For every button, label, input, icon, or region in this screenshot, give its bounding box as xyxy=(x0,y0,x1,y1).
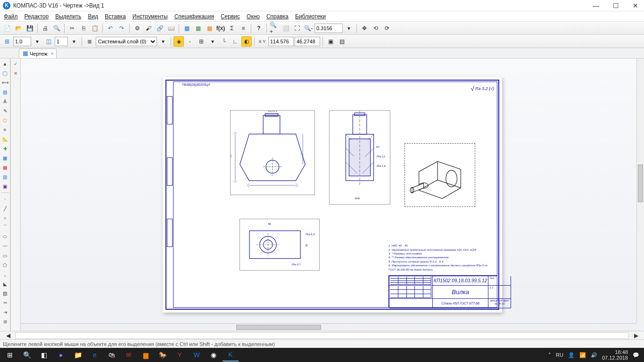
vars-button[interactable]: Σ xyxy=(227,23,237,33)
fillet-tool[interactable]: ◟ xyxy=(0,270,10,279)
tab-close-icon[interactable]: ✕ xyxy=(50,51,54,56)
redo-button[interactable]: ↷ xyxy=(116,23,127,33)
menu-libs[interactable]: Библиотеки xyxy=(295,13,326,20)
zoom-value-input[interactable] xyxy=(314,24,343,33)
menu-service[interactable]: Сервис xyxy=(221,13,240,20)
pan-button[interactable]: ✥ xyxy=(359,23,370,33)
round-button[interactable]: ◐ xyxy=(241,36,252,47)
extend-tool[interactable]: ⇥ xyxy=(0,308,10,316)
chrome-icon[interactable]: ◉ xyxy=(206,348,222,362)
coord-x-input[interactable] xyxy=(268,37,294,46)
kompas-taskbar-icon[interactable]: K xyxy=(223,348,239,362)
table-tool[interactable]: ▦ xyxy=(0,154,10,162)
layers-icon[interactable]: ≣ xyxy=(84,36,95,47)
word-icon[interactable]: W xyxy=(189,348,205,362)
fx-button[interactable]: f(x) xyxy=(215,23,226,33)
coord-y-input[interactable] xyxy=(295,37,320,46)
open-button[interactable]: 📂 xyxy=(13,23,24,33)
view-front[interactable]: 22* 105-0,1 xyxy=(230,110,315,195)
menu-help[interactable]: Справка xyxy=(266,13,289,20)
filter2-button[interactable]: ▤ xyxy=(337,36,347,47)
network-icon[interactable]: 📶 xyxy=(579,352,586,358)
yandex-icon[interactable]: Y xyxy=(172,348,188,362)
menu-editor[interactable]: Редактор xyxy=(25,13,49,20)
help-button[interactable]: ? xyxy=(254,23,264,33)
ortho-button[interactable]: └ xyxy=(219,36,229,47)
new-button[interactable]: 📄 xyxy=(2,23,12,33)
apply-button[interactable]: ✓ xyxy=(11,59,20,68)
zoom-in-button[interactable]: 🔍+ xyxy=(269,23,280,33)
view-section[interactable]: √Ra 1,6 √Ra 12 H7 4H9 xyxy=(329,110,390,205)
spec-button[interactable]: ▦ xyxy=(182,23,192,33)
app2-icon[interactable]: 🐎 xyxy=(155,348,171,362)
zoom-window-button[interactable]: ⬜ xyxy=(281,23,291,33)
edge-icon[interactable]: e xyxy=(87,348,103,362)
polygon-tool[interactable]: ⬠ xyxy=(0,261,10,269)
drawing-canvas[interactable]: ПБ6В(09)80205ЦХ √ Ra 3.2 (√) xyxy=(21,58,644,331)
scale-dropdown[interactable]: ▾ xyxy=(32,36,42,47)
close-button[interactable]: ✕ xyxy=(630,2,641,9)
app1-icon[interactable]: ▆ xyxy=(138,348,154,362)
menu-file[interactable]: Файл xyxy=(4,13,18,20)
param-tool[interactable]: ≡ xyxy=(0,125,10,134)
preview-button[interactable]: 🔍 xyxy=(51,23,62,33)
menu-view[interactable]: Вид xyxy=(88,13,99,20)
snap-grid[interactable]: ⊞ xyxy=(196,36,206,47)
axis-tool[interactable]: ✚ xyxy=(0,144,10,153)
prop-prev[interactable]: ◀ xyxy=(3,330,13,341)
circle-tool[interactable]: ○ xyxy=(0,214,10,222)
clock[interactable]: 18:48 07.12.2018 xyxy=(602,349,628,361)
task-view-button[interactable]: ◧ xyxy=(36,348,52,362)
rect-tool[interactable]: ▭ xyxy=(0,251,10,260)
snap-dropdown[interactable]: ▾ xyxy=(207,36,218,47)
paste-button[interactable]: 📋 xyxy=(90,23,100,33)
vertical-scrollbar[interactable] xyxy=(636,58,644,323)
menu-insert[interactable]: Вставка xyxy=(105,13,126,20)
view-isometric[interactable] xyxy=(405,143,475,207)
report-tool[interactable]: ▥ xyxy=(0,173,10,181)
assoc-tool[interactable]: ⬡ xyxy=(0,116,10,124)
spline-tool[interactable]: 〰 xyxy=(0,242,10,250)
menu-select[interactable]: Выделить xyxy=(55,13,81,20)
save-button[interactable]: 💾 xyxy=(25,23,35,33)
zoom-dropdown[interactable]: ▾ xyxy=(344,23,354,33)
notifications-icon[interactable]: 💬 xyxy=(633,352,639,358)
search-button[interactable]: 🔍 xyxy=(19,348,35,362)
copy-button[interactable]: ⎘ xyxy=(78,23,89,33)
card-button[interactable]: ▦ xyxy=(204,23,215,33)
ellipse-tool[interactable]: ⬭ xyxy=(0,232,10,241)
break-tool[interactable]: ⊘ xyxy=(0,317,10,326)
layer-select[interactable]: Системный слой (0) xyxy=(96,37,157,46)
stamp-button[interactable]: ▦ xyxy=(193,23,203,33)
rotate-button[interactable]: ⟲ xyxy=(371,23,381,33)
menu-window[interactable]: Окно xyxy=(247,13,260,20)
hatch-tool[interactable]: ▨ xyxy=(0,88,10,96)
volume-icon[interactable]: 🔊 xyxy=(591,352,597,358)
cortana-icon[interactable]: ● xyxy=(53,348,69,362)
angle-button[interactable]: ∟ xyxy=(230,36,240,47)
explorer-icon[interactable]: 📁 xyxy=(70,348,86,362)
spec-tool[interactable]: ▦ xyxy=(0,163,10,172)
link-button[interactable]: 🔗 xyxy=(155,23,165,33)
edit-tool[interactable]: ✎ xyxy=(0,107,10,115)
chamfer-tool[interactable]: ◣ xyxy=(0,280,10,288)
select-tool[interactable]: ▲ xyxy=(0,59,10,68)
measure-tool[interactable]: 📐 xyxy=(0,135,10,143)
scale-input[interactable] xyxy=(13,37,31,46)
start-button[interactable]: ⊞ xyxy=(2,348,18,362)
view-dropdown[interactable]: ▾ xyxy=(69,36,79,47)
mail-icon[interactable]: ✉ xyxy=(121,348,137,362)
book-button[interactable]: 📖 xyxy=(166,23,176,33)
cancel-tool-button[interactable]: ✕ xyxy=(11,69,20,77)
menu-spec[interactable]: Спецификация xyxy=(174,13,214,20)
hatch2-tool[interactable]: ▧ xyxy=(0,289,10,297)
arc-tool[interactable]: ⌒ xyxy=(0,223,10,231)
undo-button[interactable]: ↶ xyxy=(105,23,116,33)
properties-button[interactable]: ⚙ xyxy=(132,23,142,33)
tray-up-icon[interactable]: ˄ xyxy=(548,352,551,358)
minimize-button[interactable]: — xyxy=(590,2,602,9)
filter1-button[interactable]: ▣ xyxy=(325,36,336,47)
brush-button[interactable]: 🖌 xyxy=(143,23,154,33)
zoom-out-button[interactable]: 🔍- xyxy=(303,23,314,33)
cut-button[interactable]: ✂ xyxy=(67,23,77,33)
